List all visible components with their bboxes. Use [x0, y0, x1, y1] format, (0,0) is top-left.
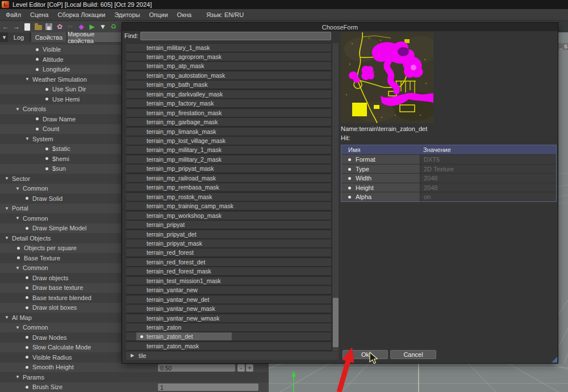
list-item[interactable]: terrain_pripyat — [126, 221, 331, 229]
tree-item-common[interactable]: ▼Common — [0, 213, 121, 224]
tree-item-portal[interactable]: ▼Portal — [0, 204, 121, 214]
list-item[interactable]: terrain_zaton — [126, 323, 331, 331]
tree-item-objects-per-square[interactable]: Objects per square — [0, 243, 121, 254]
list-item[interactable]: terrain_mp_agroprom_mask — [126, 53, 331, 61]
find-input[interactable] — [140, 32, 331, 40]
minimize-icon[interactable]: _ — [559, 44, 562, 49]
expanded-arrow-icon[interactable]: ▼ — [15, 104, 20, 115]
menu-item[interactable]: Язык: EN/RU — [202, 9, 248, 20]
tree-item-detail-objects[interactable]: ▼Detail Objects — [0, 233, 121, 243]
menu-item[interactable]: Окна — [173, 9, 197, 20]
tree-item-base-texture[interactable]: Base Texture — [0, 253, 121, 263]
tree-item-visible-radius[interactable]: Visible Radius — [0, 352, 121, 363]
tab-мировые-свойства[interactable]: Мировые свойства — [68, 32, 121, 42]
tree-item-draw-objects[interactable]: Draw objects — [0, 273, 121, 283]
expanded-arrow-icon[interactable]: ▼ — [15, 372, 20, 382]
list-item[interactable]: terrain_mp_darkvalley_mask — [126, 90, 331, 98]
expanded-arrow-icon[interactable]: ▼ — [15, 184, 20, 194]
menu-item[interactable]: Эдиторы — [110, 9, 144, 20]
tree-item-count[interactable]: Count — [0, 124, 121, 134]
list-item[interactable]: terrain_mp_military_2_mask — [126, 155, 331, 163]
tree-item-draw-slot-boxes[interactable]: Draw slot boxes — [0, 303, 121, 313]
table-row-type[interactable]: Type2D Texture — [341, 164, 556, 174]
menu-item[interactable]: Файл — [1, 9, 26, 20]
tree-item-use-sun-dir[interactable]: Use Sun Dir — [0, 85, 121, 95]
tree-item-visible[interactable]: Visible — [0, 45, 121, 55]
smooth-height-increment-button[interactable]: + — [246, 364, 253, 372]
list-item[interactable]: terrain_mp_military_1_mask — [126, 146, 331, 154]
expanded-arrow-icon[interactable]: ▼ — [5, 204, 9, 214]
smooth-height-decrement-button[interactable]: - — [237, 364, 245, 372]
new-file-icon[interactable] — [22, 22, 32, 32]
tree-item-altitude[interactable]: Altitude — [0, 54, 121, 65]
tree-item-longitude[interactable]: Longitude — [0, 65, 121, 75]
expanded-arrow-icon[interactable]: ▼ — [25, 74, 30, 85]
list-item[interactable]: terrain_mp_garbage_mask — [126, 118, 331, 126]
list-item[interactable]: terrain_pripyat_mask — [126, 239, 331, 247]
dialog-title[interactable]: ChooseForm — [122, 23, 558, 31]
list-item[interactable]: terrain_red_forest_mask — [126, 267, 331, 275]
expanded-arrow-icon[interactable]: ▼ — [5, 313, 9, 323]
list-item[interactable]: terrain_mp_rembasa_mask — [126, 183, 331, 191]
collapsed-arrow-icon[interactable]: ▶ — [131, 352, 134, 360]
expanded-arrow-icon[interactable]: ▼ — [15, 323, 20, 333]
tree-item-brush-size[interactable]: Brush Size — [0, 382, 121, 392]
tab-log[interactable]: Log — [8, 32, 30, 42]
table-row-width[interactable]: Width2048 — [341, 173, 556, 183]
tree-item-common[interactable]: ▼Common — [0, 323, 121, 333]
expanded-arrow-icon[interactable]: ▼ — [15, 213, 20, 224]
menu-item[interactable]: Опции — [144, 9, 172, 20]
tree-item--static[interactable]: $static — [0, 144, 121, 154]
list-item[interactable]: terrain_yantar_new_det — [126, 296, 331, 304]
tree-item-slow-calculate-mode[interactable]: Slow Calculate Mode — [0, 343, 121, 353]
tabs-dropdown-icon[interactable]: ▼ — [2, 32, 7, 42]
list-item[interactable]: terrain_military_1_mask — [126, 44, 331, 52]
tree-item-base-texture-blended[interactable]: Base texture blended — [0, 293, 121, 303]
table-row-height[interactable]: Height2048 — [341, 183, 556, 192]
tree-item-common[interactable]: ▼Common — [0, 263, 121, 273]
forward-icon[interactable]: → — [11, 22, 22, 32]
ok-button[interactable]: Ok — [343, 350, 388, 359]
list-item[interactable]: terrain_mp_limansk_mask — [126, 128, 331, 136]
list-item[interactable]: terrain_mp_pripyat_mask — [126, 165, 331, 172]
table-row-format[interactable]: FormatDXT5 — [341, 154, 556, 164]
tree-item-params[interactable]: ▼Params — [0, 372, 121, 382]
tree-item-draw-nodes[interactable]: Draw Nodes — [0, 332, 121, 343]
list-item[interactable]: terrain_yantar_new_mask — [126, 305, 331, 313]
expanded-arrow-icon[interactable]: ▼ — [5, 174, 9, 184]
list-item[interactable]: terrain_yantar_new_wmask — [126, 314, 331, 322]
brush-size-input[interactable] — [158, 383, 258, 391]
back-icon[interactable]: ← — [1, 22, 11, 32]
list-item[interactable]: terrain_mp_training_camp_mask — [126, 202, 331, 210]
list-item[interactable]: terrain_mp_rostok_mask — [126, 193, 331, 201]
tree-item-controls[interactable]: ▼Controls — [0, 104, 121, 115]
list-item[interactable]: terrain_mp_firestation_mask — [126, 109, 331, 117]
list-item[interactable]: terrain_red_forest_det — [126, 258, 331, 266]
list-item[interactable]: terrain_mp_railroad_mask — [126, 174, 331, 182]
list-item[interactable]: terrain_mp_workshop_mask — [126, 212, 331, 220]
tree-item-weather-simulation[interactable]: ▼Weather Simulation — [0, 74, 121, 85]
menu-item[interactable]: Сборка Локации — [53, 9, 110, 20]
list-item[interactable]: terrain_mp_factory_mask — [126, 99, 331, 107]
smooth-height-input[interactable] — [158, 364, 235, 372]
menu-item[interactable]: Сцена — [26, 9, 53, 20]
tree-node-tile[interactable]: ▶ tile — [126, 352, 339, 360]
list-item[interactable]: terrain_zaton_det — [126, 332, 331, 340]
cancel-button[interactable]: Cancel — [390, 350, 436, 359]
list-item[interactable]: terrain_mp_atp_mask — [126, 62, 331, 70]
tab-свойства[interactable]: Свойства — [31, 32, 66, 42]
tree-item--sun[interactable]: $sun — [0, 164, 121, 174]
open-folder-icon[interactable] — [33, 22, 43, 32]
list-item[interactable]: terrain_mp_lost_village_mask — [126, 137, 331, 145]
resize-grip[interactable] — [552, 357, 557, 363]
flower-icon[interactable]: ✿ — [55, 22, 65, 32]
list-scrollbar[interactable] — [332, 43, 339, 351]
list-item[interactable]: terrain_mp_bath_mask — [126, 81, 331, 88]
expanded-arrow-icon[interactable]: ▼ — [15, 263, 20, 273]
tree-item-draw-simple-model[interactable]: Draw Simple Model — [0, 224, 121, 234]
tree-item-draw-solid[interactable]: Draw Solid — [0, 193, 121, 204]
tree-item-sector[interactable]: ▼Sector — [0, 174, 121, 184]
table-row-alpha[interactable]: Alphaon — [341, 192, 556, 201]
tree-item-use-hemi[interactable]: Use Hemi — [0, 94, 121, 104]
list-item[interactable]: terrain_yantar_new — [126, 286, 331, 294]
